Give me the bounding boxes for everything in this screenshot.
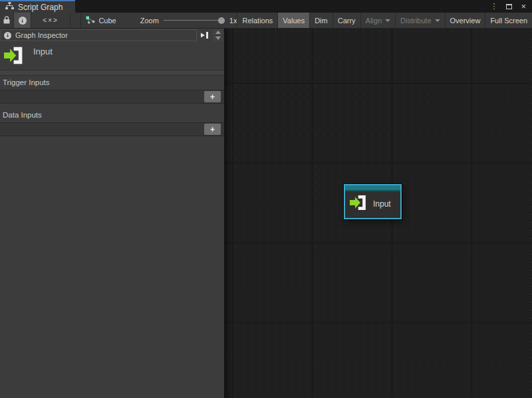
add-trigger-input-button[interactable]: + xyxy=(204,91,221,102)
node-title: Input xyxy=(373,199,391,209)
tab-bar: Script Graph ⋮ × xyxy=(0,0,532,13)
dropdown-caret-icon xyxy=(385,19,390,22)
info-icon: i xyxy=(19,17,27,25)
graph-toolbar: i <×> Cube Zoom 1x Relations Values Dim xyxy=(0,13,532,29)
input-node-body: Input xyxy=(345,191,400,217)
section-separator xyxy=(0,70,224,76)
unit-name: Input xyxy=(33,47,53,56)
input-unit-icon xyxy=(350,195,368,213)
zoom-label: Zoom xyxy=(140,17,159,25)
script-graph-window: Script Graph ⋮ × i <×> Cube xyxy=(0,0,532,398)
close-icon[interactable]: × xyxy=(521,2,526,11)
inspector-toggle-button[interactable]: i xyxy=(14,13,31,28)
graph-owner-breadcrumb[interactable]: Cube xyxy=(80,13,121,28)
graph-inspector-title: Graph Inspector xyxy=(15,31,68,39)
toolbar-spacer xyxy=(70,13,80,28)
lock-icon xyxy=(3,16,10,25)
scroll-up-button[interactable] xyxy=(213,29,223,35)
window-menu-icon[interactable]: ⋮ xyxy=(490,3,497,10)
zoom-control: Zoom 1x xyxy=(140,13,237,28)
sidebar-toggle-icon xyxy=(201,31,209,39)
zoom-value: 1x xyxy=(229,17,237,25)
values-button[interactable]: Values xyxy=(277,13,309,28)
code-icon: <×> xyxy=(43,17,59,24)
arrow-up-icon xyxy=(215,31,221,34)
graph-node-icon xyxy=(86,16,95,25)
tab-title: Script Graph xyxy=(18,3,63,12)
graph-inspector-panel: i Graph Inspector Input Trigger Inputs xyxy=(0,29,224,398)
relations-button[interactable]: Relations xyxy=(237,13,277,28)
section-gap xyxy=(0,104,224,108)
trigger-inputs-list: + xyxy=(0,90,224,104)
graph-hierarchy-icon xyxy=(5,2,14,12)
zoom-slider-handle[interactable] xyxy=(218,17,225,24)
graph-inspector-titlebox: i Graph Inspector xyxy=(1,29,197,41)
add-data-input-button[interactable]: + xyxy=(204,124,221,135)
zoom-slider[interactable] xyxy=(164,13,225,28)
tab-script-graph[interactable]: Script Graph xyxy=(0,0,75,13)
main-area: i Graph Inspector Input Trigger Inputs xyxy=(0,29,532,398)
dropdown-caret-icon xyxy=(435,19,440,22)
maximize-icon[interactable] xyxy=(506,4,512,9)
graph-canvas[interactable]: Input xyxy=(224,29,532,398)
input-node[interactable]: Input xyxy=(344,184,402,219)
trigger-inputs-label: Trigger Inputs xyxy=(0,76,224,90)
window-controls: ⋮ × xyxy=(490,0,532,13)
input-node-header[interactable] xyxy=(345,185,400,191)
arrow-down-icon xyxy=(215,37,221,40)
align-dropdown-button[interactable]: Align xyxy=(360,13,395,28)
overview-button[interactable]: Overview xyxy=(445,13,485,28)
unit-summary: Input xyxy=(0,41,224,70)
graph-inspector-header: i Graph Inspector xyxy=(0,29,224,41)
data-inputs-list: + xyxy=(0,122,224,136)
toolbar-toggle-group: Relations Values Dim Carry Align Distrib… xyxy=(237,13,532,28)
lock-button[interactable] xyxy=(0,13,13,28)
inspector-empty-area xyxy=(0,136,224,398)
data-inputs-label: Data Inputs xyxy=(0,108,224,122)
inspector-scrollbar xyxy=(213,29,223,41)
scroll-down-button[interactable] xyxy=(213,36,223,42)
full-screen-button[interactable]: Full Screen xyxy=(485,13,532,28)
carry-button[interactable]: Carry xyxy=(332,13,360,28)
code-preview-button[interactable]: <×> xyxy=(31,13,70,28)
input-unit-icon xyxy=(4,46,25,68)
move-to-sidebar-button[interactable] xyxy=(198,29,211,41)
distribute-dropdown-button[interactable]: Distribute xyxy=(395,13,444,28)
info-icon: i xyxy=(4,32,11,39)
graph-owner-label: Cube xyxy=(98,17,116,25)
zoom-slider-track xyxy=(164,20,225,21)
dim-button[interactable]: Dim xyxy=(309,13,332,28)
